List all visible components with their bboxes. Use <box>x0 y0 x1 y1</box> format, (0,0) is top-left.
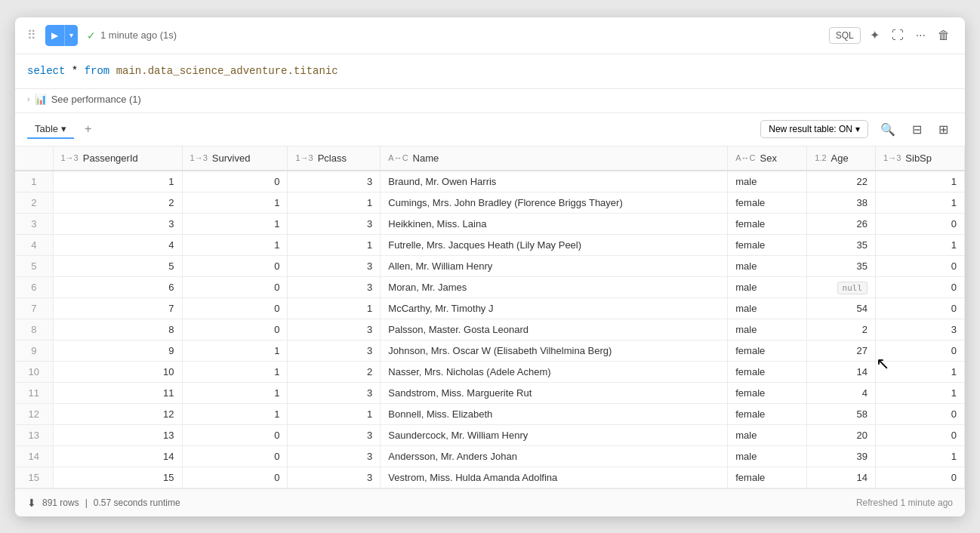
col-header-pclass[interactable]: 1→3 Pclass <box>288 146 381 171</box>
new-result-label: New result table: ON <box>769 124 852 134</box>
cell-survived: 1 <box>182 234 288 255</box>
cell-name: Heikkinen, Miss. Laina <box>381 213 728 234</box>
cell-age: 35 <box>807 234 876 255</box>
cell-row-num: 2 <box>15 192 53 213</box>
cell-survived: 1 <box>182 340 288 361</box>
toolbar: ⠿ ▶ ▾ ✓ 1 minute ago (1s) SQL ✦ ⛶ ··· 🗑 <box>15 17 965 54</box>
cell-sex: male <box>728 171 807 193</box>
table-toolbar: Table ▾ + New result table: ON ▾ 🔍 ⊟ ⊞ <box>15 113 965 146</box>
run-button[interactable]: ▶ ▾ <box>45 25 78 46</box>
cell-pclass: 3 <box>288 467 381 488</box>
cell-passengerid: 15 <box>53 467 182 488</box>
perf-chart-icon: 📊 <box>35 94 47 105</box>
expand-icon[interactable]: ⛶ <box>889 26 907 45</box>
cell-sibsp: 1 <box>876 382 965 403</box>
cell-sex: female <box>728 467 807 488</box>
col-type-survived-icon: 1→3 <box>190 153 208 162</box>
code-editor[interactable]: select * from main.data_science_adventur… <box>15 54 965 89</box>
cell-survived: 0 <box>182 445 288 467</box>
table-row: 8803Palsson, Master. Gosta Leonardmale23 <box>15 319 965 340</box>
sql-badge-button[interactable]: SQL <box>829 27 861 44</box>
new-result-dropdown[interactable]: New result table: ON ▾ <box>760 120 868 138</box>
table-tab-button[interactable]: Table ▾ <box>27 120 74 139</box>
cell-name: Vestrom, Miss. Hulda Amanda Adolfina <box>381 467 728 488</box>
cell-survived: 0 <box>182 297 288 319</box>
col-type-sex-icon: A↔C <box>735 153 755 162</box>
cell-survived: 1 <box>182 361 288 382</box>
table-header: 1→3 PassengerId 1→3 Survived 1→3 P <box>15 146 965 171</box>
cell-sibsp: 0 <box>876 340 965 361</box>
cell-survived: 1 <box>182 192 288 213</box>
download-icon[interactable]: ⬇ <box>27 497 36 509</box>
cell-name: Andersson, Mr. Anders Johan <box>381 445 728 467</box>
col-header-survived[interactable]: 1→3 Survived <box>182 146 288 171</box>
cell-passengerid: 12 <box>53 403 182 424</box>
add-tab-button[interactable]: + <box>80 122 96 136</box>
performance-link[interactable]: See performance (1) <box>51 94 141 105</box>
cell-age: 39 <box>807 445 876 467</box>
row-count: 891 rows <box>42 498 79 508</box>
cell-age: 20 <box>807 424 876 445</box>
cell-survived: 1 <box>182 213 288 234</box>
cell-age: 14 <box>807 467 876 488</box>
col-header-passengerid[interactable]: 1→3 PassengerId <box>53 146 182 171</box>
col-header-name-label: Name <box>413 153 439 164</box>
cell-sibsp: 0 <box>876 255 965 276</box>
cell-row-num: 9 <box>15 340 53 361</box>
filter-button[interactable]: ⊟ <box>908 119 926 140</box>
cell-name: Moran, Mr. James <box>381 276 728 297</box>
cell-sibsp: 1 <box>876 361 965 382</box>
query-path: main.data_science_adventure.titanic <box>109 65 337 77</box>
col-type-pclass-icon: 1→3 <box>295 153 313 162</box>
new-result-arrow: ▾ <box>855 124 860 134</box>
cell-name: Futrelle, Mrs. Jacques Heath (Lily May P… <box>381 234 728 255</box>
col-header-name[interactable]: A↔C Name <box>381 146 728 171</box>
cell-sex: male <box>728 424 807 445</box>
cell-pclass: 3 <box>288 255 381 276</box>
run-arrow-icon: ▾ <box>65 25 78 46</box>
cell-sibsp: 0 <box>876 424 965 445</box>
col-header-age[interactable]: 1.2 Age <box>807 146 876 171</box>
cell-age: 27 <box>807 340 876 361</box>
col-type-age-icon: 1.2 <box>815 153 826 162</box>
data-table: 1→3 PassengerId 1→3 Survived 1→3 P <box>15 146 965 488</box>
col-header-passengerid-label: PassengerId <box>83 153 138 164</box>
perf-expand-icon[interactable]: › <box>27 94 30 103</box>
cell-row-num: 8 <box>15 319 53 340</box>
magic-icon[interactable]: ✦ <box>867 25 883 45</box>
col-type-sibsp-icon: 1→3 <box>883 153 901 162</box>
cell-survived: 0 <box>182 424 288 445</box>
search-button[interactable]: 🔍 <box>876 119 900 140</box>
cell-pclass: 3 <box>288 276 381 297</box>
table-row: 2211Cumings, Mrs. John Bradley (Florence… <box>15 192 965 213</box>
cell-name: Johnson, Mrs. Oscar W (Elisabeth Vilhelm… <box>381 340 728 361</box>
table-row: 3313Heikkinen, Miss. Lainafemale260 <box>15 213 965 234</box>
cell-passengerid: 10 <box>53 361 182 382</box>
columns-button[interactable]: ⊞ <box>934 119 953 140</box>
col-header-sex[interactable]: A↔C Sex <box>728 146 807 171</box>
cell-sex: female <box>728 213 807 234</box>
cell-pclass: 3 <box>288 445 381 467</box>
drag-handle[interactable]: ⠿ <box>27 28 36 42</box>
col-header-sibsp-label: SibSp <box>905 153 932 164</box>
cell-sex: female <box>728 234 807 255</box>
cell-passengerid: 1 <box>53 171 182 193</box>
cell-age: 14 <box>807 361 876 382</box>
cell-name: Sandstrom, Miss. Marguerite Rut <box>381 382 728 403</box>
status-text: 1 minute ago (1s) <box>100 29 177 41</box>
more-menu-icon[interactable]: ··· <box>913 26 929 45</box>
cell-row-num: 13 <box>15 424 53 445</box>
cell-survived: 0 <box>182 255 288 276</box>
main-window: ⠿ ▶ ▾ ✓ 1 minute ago (1s) SQL ✦ ⛶ ··· 🗑 … <box>15 17 965 516</box>
cell-sex: female <box>728 192 807 213</box>
cell-sex: female <box>728 403 807 424</box>
col-header-sibsp[interactable]: 1→3 SibSp <box>876 146 965 171</box>
cell-age: 4 <box>807 382 876 403</box>
cell-passengerid: 11 <box>53 382 182 403</box>
cell-passengerid: 14 <box>53 445 182 467</box>
cell-passengerid: 2 <box>53 192 182 213</box>
cell-sex: male <box>728 255 807 276</box>
cell-pclass: 3 <box>288 319 381 340</box>
cell-row-num: 4 <box>15 234 53 255</box>
delete-icon[interactable]: 🗑 <box>935 26 953 45</box>
